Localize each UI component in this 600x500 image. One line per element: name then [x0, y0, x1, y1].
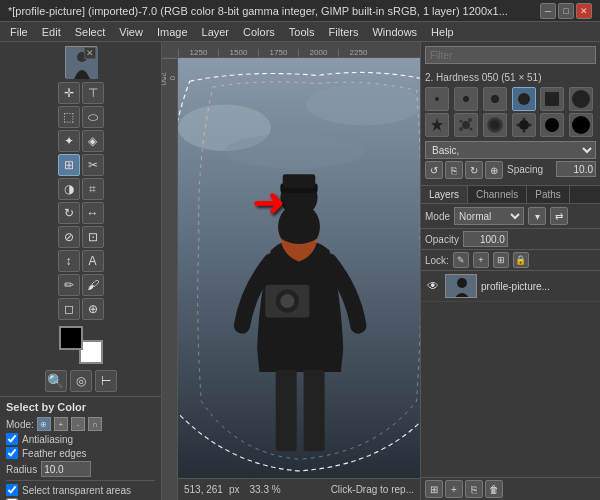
menu-tools[interactable]: Tools: [283, 24, 321, 40]
tool-eraser[interactable]: ◻: [58, 298, 80, 320]
menu-edit[interactable]: Edit: [36, 24, 67, 40]
transparent-option: Select transparent areas: [6, 484, 155, 496]
foreground-color-swatch[interactable]: [59, 326, 83, 350]
brush-refresh-btn[interactable]: ↻: [465, 161, 483, 179]
tool-paintbrush[interactable]: 🖌: [82, 274, 104, 296]
tool-fill[interactable]: ⊕: [82, 298, 104, 320]
lock-pixels-btn[interactable]: ✎: [453, 252, 469, 268]
brush-panel-title: [425, 46, 596, 68]
tool-grid: ✛ ⊤ ⬚ ⬭ ✦ ◈ ⊞ ✂ ◑ ⌗ ↻ ↔ ⊘ ⊡ ↕ A ✏ 🖌 ◻ ⊕: [58, 82, 104, 320]
tool-select-color[interactable]: ⊞: [58, 154, 80, 176]
lock-all-btn[interactable]: 🔒: [513, 252, 529, 268]
tool-tab[interactable]: ⊢: [95, 370, 117, 392]
opacity-input[interactable]: [463, 231, 508, 247]
tool-scale[interactable]: ↔: [82, 202, 104, 224]
brush-filter-input[interactable]: [425, 46, 596, 64]
tab-channels[interactable]: Channels: [468, 186, 527, 203]
right-panel: 2. Hardness 050 (51 × 51): [420, 42, 600, 500]
brush-panel: 2. Hardness 050 (51 × 51): [421, 42, 600, 186]
tool-rect-select[interactable]: ⬚: [58, 106, 80, 128]
antialiasing-checkbox[interactable]: [6, 433, 18, 445]
brush-large-sq[interactable]: [540, 87, 564, 111]
tab-layers[interactable]: Layers: [421, 186, 468, 203]
delete-layer-btn[interactable]: 🗑: [485, 480, 503, 498]
ruler-mark-2000: 2000: [298, 49, 338, 57]
duplicate-layer-btn[interactable]: ⎘: [465, 480, 483, 498]
svg-point-19: [469, 128, 472, 131]
new-layer-btn[interactable]: +: [445, 480, 463, 498]
brush-copy-btn[interactable]: ⎘: [445, 161, 463, 179]
mode-intersect[interactable]: ∩: [88, 417, 102, 431]
zoom-display: 33.3 %: [250, 484, 281, 495]
menu-windows[interactable]: Windows: [366, 24, 423, 40]
menu-select[interactable]: Select: [69, 24, 112, 40]
transparent-checkbox[interactable]: [6, 484, 18, 496]
brush-tiny[interactable]: [425, 87, 449, 111]
tool-zoom-in[interactable]: 🔍: [45, 370, 67, 392]
tab-paths[interactable]: Paths: [527, 186, 570, 203]
canvas-image[interactable]: [178, 58, 420, 500]
lock-position-btn[interactable]: +: [473, 252, 489, 268]
title-bar: *[profile-picture] (imported)-7.0 (RGB c…: [0, 0, 600, 22]
mode-switch-btn[interactable]: ⇄: [550, 207, 568, 225]
canvas-body: 0 250 500 750 1000: [162, 58, 420, 500]
svg-point-17: [459, 120, 462, 123]
tool-pencil[interactable]: ✏: [58, 274, 80, 296]
menu-help[interactable]: Help: [425, 24, 460, 40]
canvas-wrapper[interactable]: 513, 261 px 33.3 % Click-Drag to rep...: [178, 58, 420, 500]
brush-category-select[interactable]: Basic, Classic Sketch: [425, 141, 596, 159]
thumbnail-close[interactable]: ✕: [84, 47, 96, 59]
tool-indicator[interactable]: ◎: [70, 370, 92, 392]
tool-perspective[interactable]: ⊡: [82, 226, 104, 248]
close-button[interactable]: ✕: [576, 3, 592, 19]
brush-medium-sm[interactable]: [483, 87, 507, 111]
tool-fuzzy-select[interactable]: ◈: [82, 130, 104, 152]
mode-add[interactable]: +: [54, 417, 68, 431]
spacing-input[interactable]: [556, 161, 596, 177]
lock-alpha-btn[interactable]: ⊞: [493, 252, 509, 268]
brush-splat1[interactable]: [454, 113, 478, 137]
image-thumbnail: ✕: [65, 46, 97, 78]
mode-options-btn[interactable]: ▾: [528, 207, 546, 225]
tool-move[interactable]: ✛: [58, 82, 80, 104]
layer-item[interactable]: 👁 profile-picture...: [421, 271, 600, 302]
brush-soft[interactable]: [483, 113, 507, 137]
brush-splat2[interactable]: [512, 113, 536, 137]
window-title: *[profile-picture] (imported)-7.0 (RGB c…: [8, 5, 540, 17]
minimize-button[interactable]: ─: [540, 3, 556, 19]
layers-bottom-bar: ⊞ + ⎘ 🗑: [421, 477, 600, 500]
tool-text[interactable]: A: [82, 250, 104, 272]
tool-scissors[interactable]: ✂: [82, 154, 104, 176]
tool-free-select[interactable]: ✦: [58, 130, 80, 152]
tool-crop[interactable]: ⌗: [82, 178, 104, 200]
svg-point-5: [225, 134, 365, 169]
feather-checkbox[interactable]: [6, 447, 18, 459]
brush-open-btn[interactable]: ⊕: [485, 161, 503, 179]
brush-large-circ[interactable]: [569, 87, 593, 111]
menu-filters[interactable]: Filters: [323, 24, 365, 40]
maximize-button[interactable]: □: [558, 3, 574, 19]
brush-splat3[interactable]: [540, 113, 564, 137]
mode-replace[interactable]: ⊕: [37, 417, 51, 431]
tool-align[interactable]: ⊤: [82, 82, 104, 104]
tool-ellipse-select[interactable]: ⬭: [82, 106, 104, 128]
layer-eye-icon[interactable]: 👁: [425, 278, 441, 294]
menu-colors[interactable]: Colors: [237, 24, 281, 40]
tool-rotate[interactable]: ↻: [58, 202, 80, 224]
new-layer-group-btn[interactable]: ⊞: [425, 480, 443, 498]
mode-subtract[interactable]: -: [71, 417, 85, 431]
brush-reset-btn[interactable]: ↺: [425, 161, 443, 179]
radius-input[interactable]: [41, 461, 91, 477]
tool-shear[interactable]: ⊘: [58, 226, 80, 248]
menu-image[interactable]: Image: [151, 24, 194, 40]
tool-foreground[interactable]: ◑: [58, 178, 80, 200]
tool-flip[interactable]: ↕: [58, 250, 80, 272]
menu-view[interactable]: View: [113, 24, 149, 40]
brush-medium[interactable]: [512, 87, 536, 111]
brush-star[interactable]: [425, 113, 449, 137]
blend-mode-select[interactable]: Normal Multiply Screen Overlay: [454, 207, 524, 225]
brush-xlarge[interactable]: [569, 113, 593, 137]
menu-file[interactable]: File: [4, 24, 34, 40]
menu-layer[interactable]: Layer: [196, 24, 236, 40]
brush-small[interactable]: [454, 87, 478, 111]
